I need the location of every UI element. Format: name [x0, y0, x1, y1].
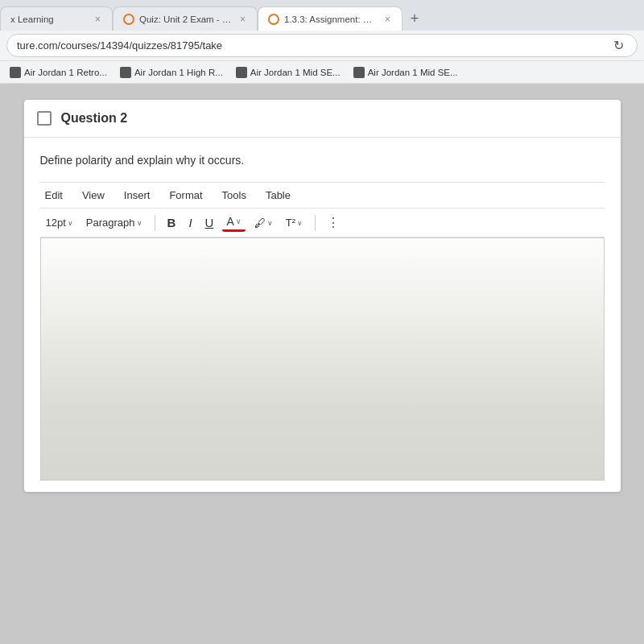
- tab-bar: x Learning × Quiz: Unit 2 Exam - Tea × 1…: [0, 0, 644, 31]
- tab-x-learning[interactable]: x Learning ×: [0, 6, 113, 31]
- highlight-label: 🖋: [254, 217, 266, 229]
- question-body: Define polarity and explain why it occur…: [24, 138, 621, 492]
- address-bar[interactable]: ture.com/courses/14394/quizzes/81795/tak…: [6, 34, 638, 57]
- bookmark-3[interactable]: Air Jordan 1 Mid SE...: [233, 65, 344, 80]
- editor-menubar: Edit View Insert Format Tools Table: [40, 182, 605, 208]
- bookmark-2-favicon: [120, 67, 131, 78]
- toolbar-divider-2: [315, 215, 316, 231]
- tab-quiz-icon: [123, 14, 134, 25]
- bookmark-4[interactable]: Air Jordan 1 Mid SE...: [350, 65, 461, 80]
- tab-x-learning-close[interactable]: ×: [93, 14, 102, 25]
- question-header: Question 2: [24, 100, 621, 138]
- editor-toolbar: 12pt ∨ Paragraph ∨ B I: [40, 208, 605, 237]
- bookmark-3-favicon: [236, 67, 247, 78]
- toolbar-more-button[interactable]: ⋮: [324, 213, 343, 232]
- tab-quiz-label: Quiz: Unit 2 Exam - Tea: [139, 14, 233, 24]
- page-content: Question 2 Define polarity and explain w…: [0, 84, 644, 644]
- tab-assignment-label: 1.3.3: Assignment: Writ: [284, 14, 378, 24]
- question-title: Question 2: [61, 111, 128, 126]
- menu-table[interactable]: Table: [262, 188, 294, 203]
- font-color-chevron: ∨: [236, 217, 242, 225]
- menu-format[interactable]: Format: [166, 188, 205, 203]
- bookmarks-bar: Air Jordan 1 Retro... Air Jordan 1 High …: [0, 61, 644, 84]
- tab-assignment-icon: [268, 14, 279, 25]
- address-bar-row: ture.com/courses/14394/quizzes/81795/tak…: [0, 31, 644, 61]
- question-card: Question 2 Define polarity and explain w…: [24, 100, 621, 492]
- font-color-label: A: [226, 215, 233, 228]
- refresh-icon[interactable]: ↻: [610, 38, 627, 53]
- tab-assignment[interactable]: 1.3.3: Assignment: Writ ×: [258, 6, 402, 31]
- bookmark-1-favicon: [10, 67, 21, 78]
- question-text: Define polarity and explain why it occur…: [40, 152, 605, 169]
- bookmark-4-label: Air Jordan 1 Mid SE...: [368, 68, 458, 77]
- italic-label: I: [188, 216, 192, 229]
- bookmark-1[interactable]: Air Jordan 1 Retro...: [6, 65, 110, 80]
- toolbar-divider-1: [155, 215, 155, 231]
- tab-x-learning-label: x Learning: [10, 14, 89, 24]
- font-size-chevron: ∨: [68, 219, 73, 227]
- highlight-button[interactable]: 🖋 ∨: [250, 215, 277, 231]
- address-text: ture.com/courses/14394/quizzes/81795/tak…: [17, 39, 222, 52]
- superscript-label: T²: [286, 217, 295, 229]
- superscript-chevron: ∨: [297, 219, 303, 227]
- italic-button[interactable]: I: [184, 214, 196, 231]
- font-size-label: 12pt: [46, 217, 66, 229]
- superscript-button[interactable]: T² ∨: [282, 215, 307, 230]
- paragraph-label: Paragraph: [86, 217, 135, 229]
- bookmark-1-label: Air Jordan 1 Retro...: [24, 68, 107, 77]
- editor-area[interactable]: [40, 237, 605, 481]
- menu-tools[interactable]: Tools: [219, 188, 250, 203]
- menu-view[interactable]: View: [79, 188, 108, 203]
- menu-insert[interactable]: Insert: [121, 188, 154, 203]
- highlight-chevron: ∨: [267, 219, 273, 227]
- question-checkbox[interactable]: [37, 111, 52, 126]
- paragraph-selector[interactable]: Paragraph ∨: [82, 215, 147, 230]
- bold-label: B: [167, 216, 176, 229]
- bookmark-4-favicon: [353, 67, 365, 78]
- editor-area-background: [41, 238, 604, 480]
- bookmark-2-label: Air Jordan 1 High R...: [134, 68, 223, 77]
- underline-label: U: [205, 216, 214, 229]
- tab-assignment-close[interactable]: ×: [383, 14, 392, 25]
- font-color-button[interactable]: A ∨: [222, 213, 245, 232]
- tab-quiz[interactable]: Quiz: Unit 2 Exam - Tea ×: [113, 6, 258, 31]
- underline-button[interactable]: U: [201, 214, 218, 231]
- bold-button[interactable]: B: [163, 214, 180, 231]
- page-inner: Question 2 Define polarity and explain w…: [0, 84, 644, 644]
- menu-edit[interactable]: Edit: [42, 188, 66, 203]
- bookmark-3-label: Air Jordan 1 Mid SE...: [250, 68, 341, 77]
- font-size-selector[interactable]: 12pt ∨: [42, 215, 77, 230]
- browser-frame: x Learning × Quiz: Unit 2 Exam - Tea × 1…: [0, 0, 644, 644]
- tab-quiz-close[interactable]: ×: [238, 14, 247, 25]
- paragraph-chevron: ∨: [137, 219, 142, 227]
- toolbar-more-label: ⋮: [327, 216, 340, 229]
- new-tab-button[interactable]: +: [402, 6, 427, 31]
- bookmark-2[interactable]: Air Jordan 1 High R...: [117, 65, 226, 80]
